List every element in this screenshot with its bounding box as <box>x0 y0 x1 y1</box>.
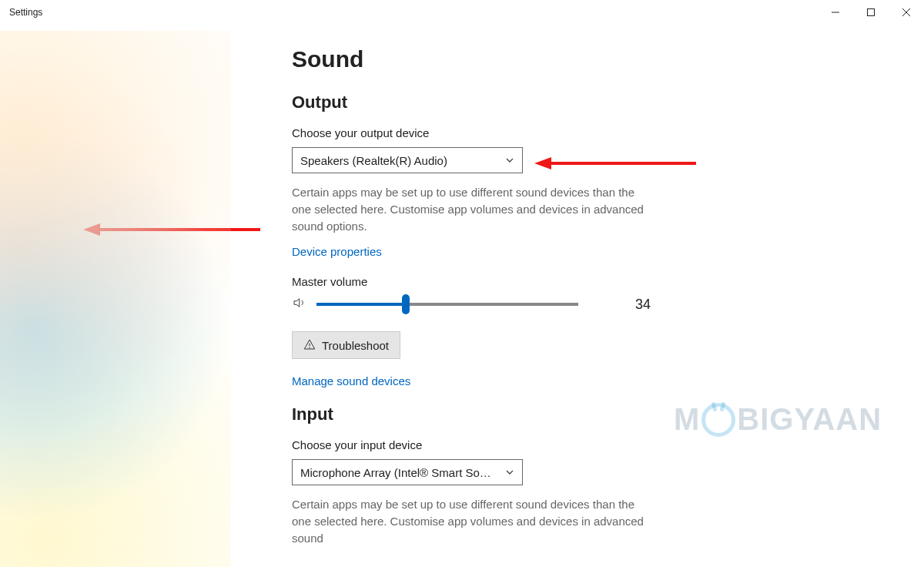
svg-rect-1 <box>868 9 875 16</box>
slider-fill <box>316 303 406 306</box>
volume-value: 34 <box>635 297 651 313</box>
output-device-label: Choose your output device <box>292 126 901 139</box>
output-device-value: Speakers (Realtek(R) Audio) <box>300 154 447 167</box>
watermark: M BIGYAAN <box>674 402 882 437</box>
master-volume-label: Master volume <box>292 275 901 288</box>
page-title: Sound <box>292 46 901 72</box>
input-device-value: Microphone Array (Intel® Smart So… <box>300 466 491 479</box>
volume-slider[interactable] <box>316 303 578 306</box>
input-device-label: Choose your input device <box>292 438 901 451</box>
window-title: Settings <box>9 7 42 18</box>
svg-point-21 <box>310 347 310 347</box>
input-device-dropdown[interactable]: Microphone Array (Intel® Smart So… <box>292 459 523 485</box>
output-description: Certain apps may be set up to use differ… <box>292 184 646 234</box>
warning-icon <box>303 338 316 353</box>
close-button[interactable] <box>889 0 924 25</box>
manage-sound-link[interactable]: Manage sound devices <box>292 374 901 388</box>
titlebar: Settings <box>0 0 924 25</box>
input-description: Certain apps may be set up to use differ… <box>292 496 646 546</box>
slider-thumb[interactable] <box>402 294 410 314</box>
device-properties-link[interactable]: Device properties <box>292 245 901 258</box>
sidebar: Home Find a setting System Display Sound… <box>0 25 273 567</box>
volume-icon[interactable] <box>292 296 306 313</box>
minimize-button[interactable] <box>818 0 853 25</box>
troubleshoot-label: Troubleshoot <box>322 339 389 352</box>
chevron-down-icon <box>505 154 514 167</box>
output-heading: Output <box>292 92 901 112</box>
chevron-down-icon <box>505 466 514 479</box>
window-controls <box>818 0 924 25</box>
main-content: Sound Output Choose your output device S… <box>273 25 924 567</box>
maximize-button[interactable] <box>853 0 889 25</box>
output-device-dropdown[interactable]: Speakers (Realtek(R) Audio) <box>292 147 523 173</box>
sidebar-background <box>0 31 231 567</box>
troubleshoot-button[interactable]: Troubleshoot <box>292 331 400 359</box>
watermark-logo-icon <box>701 403 735 437</box>
